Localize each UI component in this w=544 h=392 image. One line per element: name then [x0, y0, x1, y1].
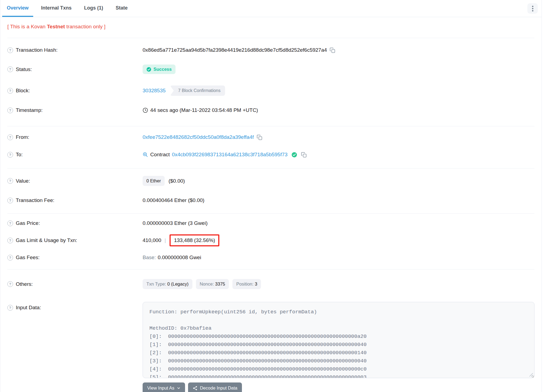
help-icon[interactable]: ?	[7, 108, 13, 113]
gas-fees-label: Gas Fees:	[16, 255, 40, 261]
block-label: Block:	[16, 88, 30, 94]
row-input-data: ? Input Data: Function: performUpkeep(ui…	[7, 295, 534, 378]
view-input-as-button[interactable]: View Input As	[143, 382, 185, 392]
transaction-card: Overview Internal Txns Logs (1) State [ …	[0, 0, 542, 392]
row-gas-price: ? Gas Price: 0.000000003 Ether (3 Gwei)	[7, 215, 534, 232]
help-icon[interactable]: ?	[7, 281, 13, 287]
from-label: From:	[16, 134, 29, 140]
input-data-function-line: Function: performUpkeep(uint256 id, byte…	[149, 308, 528, 316]
help-icon[interactable]: ?	[7, 255, 13, 261]
copy-icon	[257, 134, 262, 140]
zoom-in-icon[interactable]	[143, 152, 148, 157]
clock-icon	[143, 108, 148, 113]
tab-logs[interactable]: Logs (1)	[79, 0, 108, 17]
row-gas-limit-usage: ? Gas Limit & Usage by Txn: 410,000 | 13…	[7, 232, 534, 249]
gas-price-value: 0.000000003 Ether (3 Gwei)	[143, 220, 208, 226]
to-contract-word: Contract	[150, 152, 170, 158]
value-usd: ($0.00)	[168, 178, 185, 184]
help-icon[interactable]: ?	[7, 66, 13, 72]
timestamp-label: Timestamp:	[16, 107, 43, 113]
row-status: ? Status: Success	[7, 59, 534, 80]
input-data-arg-line: [4]: 00000000000000000000000000000000000…	[149, 365, 528, 373]
testnet-warning: [ This is a Kovan Testnet transaction on…	[7, 24, 534, 30]
from-address-link[interactable]: 0xfee7522e8482682cf50ddc50a0f8da2a39effa…	[143, 134, 254, 140]
gas-limit-label: Gas Limit & Usage by Txn:	[16, 237, 77, 243]
txn-type-badge: Txn Type: 0 (Legacy)	[143, 279, 192, 289]
success-check-icon	[146, 67, 151, 72]
gas-limit-value: 410,000	[143, 237, 161, 243]
tab-bar: Overview Internal Txns Logs (1) State	[0, 0, 542, 17]
help-icon[interactable]: ?	[7, 220, 13, 226]
nonce-badge: Nonce: 3375	[196, 279, 229, 289]
help-icon[interactable]: ?	[7, 238, 13, 243]
block-number-link[interactable]: 30328535	[143, 88, 166, 94]
position-badge: Position: 3	[232, 279, 261, 289]
gas-fees-base-value: 0.000000008 Gwei	[158, 255, 201, 261]
input-data-arg-line: [3]: 00000000000000000000000000000000000…	[149, 357, 528, 365]
to-address-link[interactable]: 0x4cb093f226983713164a62138c3f718a5b595f…	[172, 152, 288, 158]
verified-contract-icon	[291, 152, 297, 158]
tab-state[interactable]: State	[111, 0, 132, 17]
row-block: ? Block: 30328535 7 Block Confirmations	[7, 80, 534, 102]
tab-internal-txns[interactable]: Internal Txns	[36, 0, 76, 17]
to-label: To:	[16, 152, 23, 158]
copy-from-button[interactable]	[257, 134, 262, 140]
row-transaction-hash: ? Transaction Hash: 0x86ed5a771e725aa94d…	[7, 41, 534, 59]
more-options-button[interactable]	[527, 3, 538, 14]
input-data-textarea[interactable]: Function: performUpkeep(uint256 id, byte…	[143, 302, 534, 378]
gas-price-label: Gas Price:	[16, 220, 40, 226]
value-label: Value:	[16, 178, 30, 184]
share-nodes-icon	[193, 386, 198, 391]
others-label: Others:	[16, 281, 33, 287]
input-data-arg-line: [0]: 00000000000000000000000000000000000…	[149, 332, 528, 341]
timestamp-value: 44 secs ago (Mar-11-2022 03:54:48 PM +UT…	[150, 107, 258, 113]
help-icon[interactable]: ?	[7, 134, 13, 140]
input-data-label: Input Data:	[16, 305, 41, 311]
transaction-hash-label: Transaction Hash:	[16, 47, 57, 53]
help-icon[interactable]: ?	[7, 88, 13, 94]
row-value: ? Value: 0 Ether ($0.00)	[7, 170, 534, 192]
row-transaction-fee: ? Transaction Fee: 0.000400464 Ether ($0…	[7, 192, 534, 209]
decode-input-data-button[interactable]: Decode Input Data	[188, 382, 242, 392]
transaction-fee-value: 0.000400464 Ether ($0.00)	[143, 197, 204, 203]
chevron-down-icon	[177, 386, 180, 390]
input-data-arg-line: [2]: 00000000000000000000000000000000000…	[149, 349, 528, 357]
row-gas-fees: ? Gas Fees: Base: 0.000000008 Gwei	[7, 249, 534, 266]
input-data-arg-line: [1]: 00000000000000000000000000000000000…	[149, 341, 528, 349]
row-timestamp: ? Timestamp: 44 secs ago (Mar-11-2022 03…	[7, 102, 534, 119]
gas-fees-base-label: Base:	[143, 255, 156, 261]
status-badge: Success	[143, 65, 176, 74]
help-icon[interactable]: ?	[7, 305, 13, 311]
gas-usage-value: 133,488 (32.56%)	[174, 237, 215, 243]
block-confirmations-badge: 7 Block Confirmations	[170, 85, 225, 96]
value-amount-badge: 0 Ether	[143, 176, 165, 186]
copy-icon	[301, 152, 307, 158]
help-icon[interactable]: ?	[7, 198, 13, 203]
copy-icon	[330, 47, 335, 53]
gas-usage-highlight-box: 133,488 (32.56%)	[170, 234, 219, 246]
transaction-fee-label: Transaction Fee:	[16, 197, 54, 203]
pipe-separator: |	[165, 238, 166, 243]
kebab-icon	[532, 6, 533, 7]
input-data-arg-line: [5]: 00000000000000000000000000000000000…	[149, 373, 528, 378]
help-icon[interactable]: ?	[7, 152, 13, 158]
status-label: Status:	[16, 66, 32, 72]
help-icon[interactable]: ?	[7, 178, 13, 184]
tab-overview[interactable]: Overview	[2, 0, 33, 17]
copy-to-button[interactable]	[301, 152, 307, 158]
transaction-hash-value: 0x86ed5a771e725aa94d5b7fa2398e4419e216d8…	[143, 47, 327, 53]
copy-hash-button[interactable]	[330, 47, 335, 53]
row-to: ? To: Contract 0x4cb093f226983713164a621…	[7, 146, 534, 163]
input-data-methodid-line: MethodID: 0x7bbaf1ea	[149, 324, 528, 332]
row-others: ? Others: Txn Type: 0 (Legacy) Nonce: 33…	[7, 273, 534, 295]
row-from: ? From: 0xfee7522e8482682cf50ddc50a0f8da…	[7, 128, 534, 146]
help-icon[interactable]: ?	[7, 47, 13, 53]
